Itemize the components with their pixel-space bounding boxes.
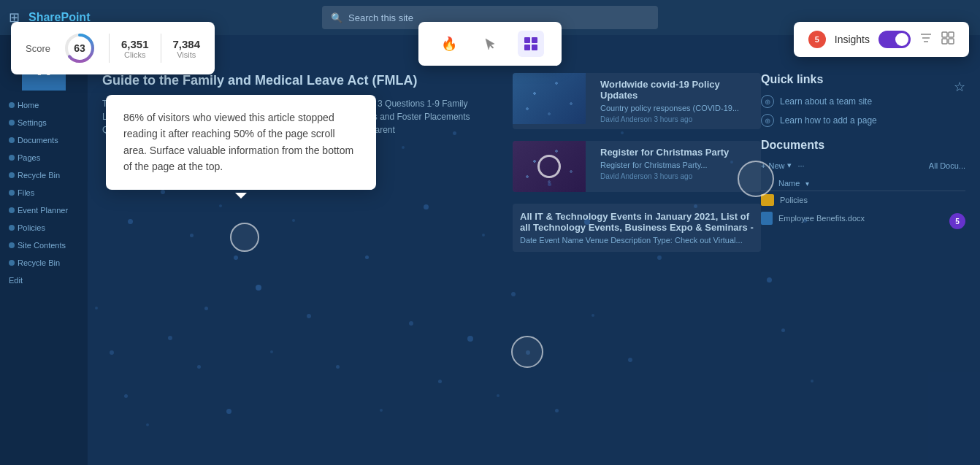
svg-rect-10 bbox=[942, 32, 947, 37]
news-subtitle-3: Date Event Name Venue Description Type: … bbox=[520, 236, 754, 245]
svg-rect-12 bbox=[942, 39, 947, 44]
more-options-icon[interactable]: ··· bbox=[797, 161, 804, 170]
sidebar-label: Event Planner bbox=[18, 206, 68, 215]
news-title-2: Register for Christmas Party bbox=[600, 147, 755, 158]
score-card: Score 63 6,351 Clicks 7,384 Visits bbox=[11, 22, 215, 74]
quick-link-1[interactable]: ⊕ Learn about a team site bbox=[761, 95, 965, 108]
score-divider bbox=[109, 34, 110, 63]
news-item-2[interactable]: Register for Christmas Party Register fo… bbox=[513, 141, 761, 192]
toolbar-card: 🔥 bbox=[418, 22, 562, 66]
sidebar-item-pages[interactable]: Pages bbox=[0, 149, 88, 166]
edit-label: Edit bbox=[9, 276, 23, 285]
sidebar-item-event-planner[interactable]: Event Planner bbox=[0, 201, 88, 219]
svg-rect-2 bbox=[490, 45, 494, 49]
sidebar-item-site-contents[interactable]: Site Contents bbox=[0, 237, 88, 254]
right-column: Quick links ⊕ Learn about a team site ⊕ … bbox=[761, 73, 965, 459]
clicks-value: 6,351 bbox=[121, 38, 149, 50]
globe-icon-1: ⊕ bbox=[761, 95, 774, 108]
search-icon: 🔍 bbox=[331, 12, 342, 23]
clicks-metric: 6,351 Clicks bbox=[121, 38, 149, 59]
chevron-icon: ▾ bbox=[787, 161, 792, 170]
sidebar-item-settings[interactable]: Settings bbox=[0, 114, 88, 131]
news-thumb-2 bbox=[513, 141, 586, 192]
news-subtitle-2: Register for Christmas Party... bbox=[600, 161, 755, 169]
article-title: Guide to the Family and Medical Leave Ac… bbox=[102, 73, 483, 88]
news-meta-1: David Anderson 3 hours ago bbox=[600, 115, 755, 123]
doc-item-2[interactable]: Employee Benefits.docx 5 bbox=[761, 209, 965, 228]
word-doc-icon bbox=[761, 212, 773, 225]
news-subtitle-1: Country policy responses (COVID-19... bbox=[600, 104, 755, 112]
sidebar-label: Settings bbox=[18, 118, 47, 127]
quick-link-2[interactable]: ⊕ Learn how to add a page bbox=[761, 114, 965, 127]
insights-toggle[interactable] bbox=[878, 31, 911, 48]
sidebar-label: Files bbox=[18, 188, 34, 197]
news-item[interactable]: Worldwide covid-19 Policy Updates Countr… bbox=[513, 73, 761, 129]
filter-icon[interactable] bbox=[919, 31, 933, 47]
sidebar-label: Home bbox=[18, 101, 39, 109]
insights-card: 5 Insights bbox=[794, 22, 969, 57]
sidebar-item-documents[interactable]: Documents bbox=[0, 131, 88, 149]
sidebar-item-recycle2[interactable]: Recycle Bin bbox=[0, 254, 88, 272]
news-section: Worldwide covid-19 Policy Updates Countr… bbox=[513, 73, 761, 459]
sidebar-label: Recycle Bin bbox=[18, 171, 60, 180]
flame-button[interactable]: 🔥 bbox=[436, 31, 462, 57]
tooltip-popup: 86% of visitors who viewed this article … bbox=[106, 95, 376, 190]
globe-icon-2: ⊕ bbox=[761, 114, 774, 127]
svg-rect-4 bbox=[532, 37, 537, 43]
all-docs-label: All Docu... bbox=[929, 161, 965, 170]
sidebar-item-edit[interactable]: Edit bbox=[0, 272, 88, 289]
sidebar-label: Site Contents bbox=[18, 241, 66, 250]
score-circle: 63 bbox=[62, 31, 97, 66]
quick-links-section: Quick links ⊕ Learn about a team site ⊕ … bbox=[761, 73, 965, 127]
layout-icon[interactable] bbox=[941, 31, 954, 47]
sidebar-item-home[interactable]: Home bbox=[0, 96, 88, 114]
visits-label: Visits bbox=[173, 50, 201, 59]
documents-section: Documents + New ▾ ··· All Docu... Name ▾ bbox=[761, 139, 965, 228]
insights-label: Insights bbox=[835, 34, 870, 45]
news-title-1: Worldwide covid-19 Policy Updates bbox=[600, 79, 755, 101]
sidebar-item-files[interactable]: Files bbox=[0, 184, 88, 201]
sidebar-label: Pages bbox=[18, 153, 40, 162]
svg-rect-5 bbox=[524, 45, 530, 50]
clicks-label: Clicks bbox=[121, 50, 149, 59]
search-placeholder: Search this site bbox=[348, 12, 413, 23]
news-meta-2: David Anderson 3 hours ago bbox=[600, 172, 755, 180]
svg-rect-13 bbox=[949, 39, 954, 44]
visits-value: 7,384 bbox=[173, 38, 201, 50]
insights-badge: 5 bbox=[808, 31, 826, 48]
sidebar-item-policies[interactable]: Policies bbox=[0, 219, 88, 237]
column-name: Name bbox=[778, 179, 800, 188]
sidebar-label: Policies bbox=[18, 223, 45, 232]
sidebar-label: Documents bbox=[18, 136, 58, 145]
quick-links-title: Quick links bbox=[761, 73, 965, 86]
sidebar-item-recycle[interactable]: Recycle Bin bbox=[0, 166, 88, 184]
tooltip-text: 86% of visitors who viewed this article … bbox=[123, 109, 359, 175]
documents-title: Documents bbox=[761, 139, 965, 152]
doc-item-1[interactable]: Policies bbox=[761, 191, 965, 209]
score-label: Score bbox=[26, 43, 50, 54]
badge-5: 5 bbox=[949, 213, 965, 229]
cursor-button[interactable] bbox=[477, 31, 503, 57]
doc-toolbar: + New ▾ ··· All Docu... bbox=[761, 161, 965, 170]
folder-icon bbox=[761, 194, 774, 206]
visits-metric: 7,384 Visits bbox=[173, 38, 201, 59]
svg-rect-11 bbox=[949, 32, 954, 37]
svg-rect-3 bbox=[524, 37, 530, 43]
news-item-3[interactable]: All IT & Technology Events in January 20… bbox=[513, 204, 761, 252]
sort-icon: ▾ bbox=[805, 180, 809, 188]
news-title-3: All IT & Technology Events in January 20… bbox=[520, 211, 754, 233]
svg-rect-6 bbox=[532, 45, 537, 50]
sidebar-label: Recycle Bin bbox=[18, 258, 60, 267]
score-value: 63 bbox=[62, 31, 97, 66]
sidebar: H Home Settings Documents Pages Recycle … bbox=[0, 35, 88, 465]
star-icon[interactable]: ☆ bbox=[954, 79, 965, 95]
news-thumb-1 bbox=[513, 73, 586, 124]
new-document-button[interactable]: + New ▾ bbox=[761, 161, 792, 170]
score-divider-2 bbox=[161, 34, 161, 63]
plus-icon: + bbox=[761, 161, 765, 170]
grid-view-button[interactable] bbox=[518, 31, 544, 57]
